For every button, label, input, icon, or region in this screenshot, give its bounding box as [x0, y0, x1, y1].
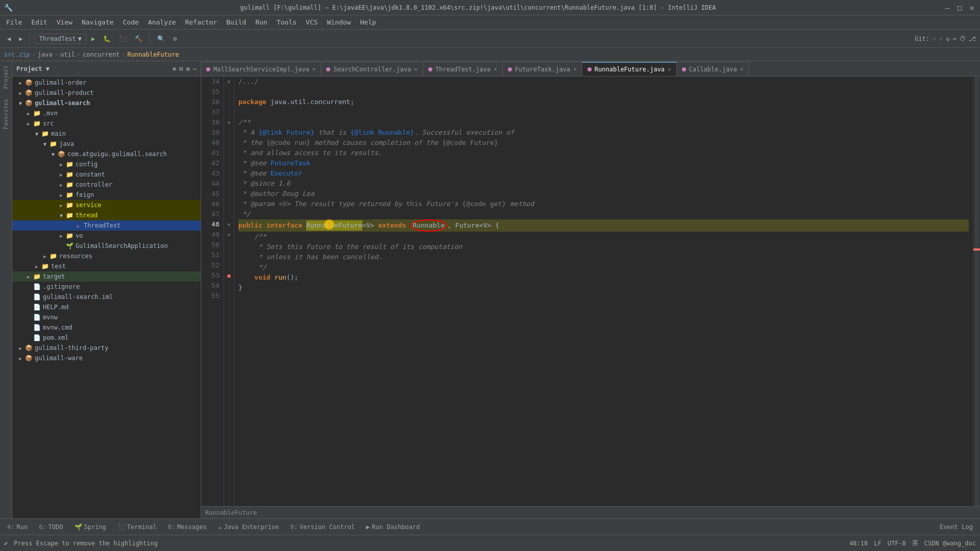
- tree-item-mvnwcmd[interactable]: 📄 mvnw.cmd: [12, 322, 201, 333]
- cursor-position[interactable]: 48:18: [849, 540, 868, 547]
- tab-close-icon[interactable]: ×: [414, 66, 418, 72]
- menu-analyze[interactable]: Analyze: [144, 17, 180, 28]
- menu-refactor[interactable]: Refactor: [181, 17, 222, 28]
- run-config-selector[interactable]: ThreadTest ▼: [34, 34, 86, 44]
- tree-item-gulimallsearchapp[interactable]: 🌱 GulimallSearchApplication: [12, 241, 201, 251]
- tab-close-icon[interactable]: ×: [312, 66, 316, 72]
- search-button[interactable]: 🔍: [154, 34, 168, 44]
- settings-button[interactable]: ⚙: [170, 34, 180, 44]
- fold-btn-34[interactable]: ▼: [224, 77, 234, 87]
- tree-item-vo[interactable]: ▶ 📁 vo: [12, 231, 201, 241]
- bottom-tab-terminal[interactable]: ⬛ Terminal: [112, 521, 162, 533]
- tab-close-icon[interactable]: ×: [494, 66, 497, 72]
- encoding[interactable]: UTF-8: [888, 540, 906, 547]
- tree-item-feign[interactable]: ▶ 📁 feign: [12, 190, 201, 200]
- menu-vcs[interactable]: VCS: [302, 17, 322, 28]
- tree-item-gulimall-order[interactable]: ▶ 📦 gulimall-order: [12, 78, 201, 88]
- back-button[interactable]: ◀: [4, 34, 14, 44]
- code-area[interactable]: /.../ package java.util.concurrent; /** …: [234, 77, 973, 506]
- tree-item-threadtest[interactable]: ☕ ThreadTest: [12, 220, 201, 231]
- close-button[interactable]: ✕: [968, 4, 976, 12]
- breadcrumb-concurrent[interactable]: concurrent: [83, 51, 119, 58]
- tree-item-constant[interactable]: ▶ 📁 constant: [12, 169, 201, 180]
- keyboard-layout[interactable]: 英: [912, 539, 918, 547]
- tree-item-gulimall-search[interactable]: ▼ 📦 gulimall-search: [12, 98, 201, 108]
- tree-item-help[interactable]: 📄 HELP.md: [12, 302, 201, 312]
- menu-file[interactable]: File: [2, 17, 26, 28]
- tab-close-icon[interactable]: ×: [668, 66, 671, 73]
- tree-arrow: ▶: [41, 254, 49, 259]
- tree-item-iml[interactable]: 📄 gulimall-search.iml: [12, 292, 201, 302]
- maximize-button[interactable]: □: [955, 4, 964, 12]
- line-numbers: 34 35 36 37 38 39 40 41 42 43 44 45 46 4…: [201, 77, 224, 506]
- tab-close-icon[interactable]: ×: [740, 66, 744, 72]
- fold-btn-49[interactable]: ▼: [224, 230, 234, 240]
- tab-label: SearchController.java: [333, 66, 411, 73]
- tree-item-gulimall-third-party[interactable]: ▶ 📦 gulimall-third-party: [12, 343, 201, 353]
- minimize-button[interactable]: –: [943, 4, 951, 12]
- bottom-tab-todo[interactable]: 6: TODO: [34, 521, 68, 533]
- tab-runnablefuture[interactable]: RunnableFuture.java ×: [582, 62, 677, 76]
- tree-item-target[interactable]: ▶ 📁 target: [12, 271, 201, 282]
- collapse-icon[interactable]: ⊟: [179, 65, 183, 72]
- bottom-tab-spring[interactable]: 🌱 Spring: [69, 521, 111, 533]
- run-button[interactable]: ▶: [88, 34, 98, 44]
- bottom-tab-run-dashboard[interactable]: ▶ Run Dashboard: [361, 521, 425, 533]
- bottom-tab-event-log[interactable]: Event Log: [935, 521, 978, 533]
- tab-mallsearchserviceimpl[interactable]: MallSearchServiceImpl.java ×: [201, 62, 321, 76]
- bottom-tab-messages[interactable]: 0: Messages: [163, 521, 212, 533]
- breadcrumb-java[interactable]: java: [38, 51, 53, 58]
- folder-icon: 📁: [65, 232, 74, 240]
- tree-item-pom[interactable]: 📄 pom.xml: [12, 333, 201, 343]
- tree-item-service[interactable]: ▶ 📁 service: [12, 200, 201, 210]
- tab-threadtest[interactable]: ThreadTest.java ×: [423, 62, 503, 76]
- menu-code[interactable]: Code: [119, 17, 143, 28]
- project-close-icon[interactable]: –: [193, 65, 197, 72]
- tab-futuretask[interactable]: FutureTask.java ×: [503, 62, 582, 76]
- menu-view[interactable]: View: [53, 17, 77, 28]
- tab-close-icon[interactable]: ×: [573, 66, 577, 72]
- bottom-tab-run[interactable]: 4: Run: [2, 521, 33, 533]
- right-gutter[interactable]: [973, 77, 980, 506]
- debug-button[interactable]: 🐛: [100, 34, 114, 44]
- tree-item-mvn[interactable]: ▶ 📁 .mvn: [12, 108, 201, 118]
- tree-item-gitignore[interactable]: 📄 .gitignore: [12, 282, 201, 292]
- breadcrumb-runnablefuture[interactable]: RunnableFuture: [128, 51, 179, 58]
- fold-btn-38[interactable]: ▼: [224, 117, 234, 128]
- sidebar-project-label[interactable]: Project: [3, 65, 9, 89]
- breadcrumb-util[interactable]: util: [60, 51, 75, 58]
- menu-build[interactable]: Build: [222, 17, 250, 28]
- tree-item-gulimall-product[interactable]: ▶ 📦 gulimall-product: [12, 88, 201, 98]
- tree-item-config[interactable]: ▶ 📁 config: [12, 159, 201, 169]
- tree-item-src[interactable]: ▶ 📁 src: [12, 118, 201, 129]
- bottom-tab-java-enterprise[interactable]: ☕ Java Enterprise: [213, 521, 284, 533]
- tree-item-thread[interactable]: ▼ 📁 thread: [12, 210, 201, 220]
- menu-help[interactable]: Help: [356, 17, 380, 28]
- forward-button[interactable]: ▶: [16, 34, 26, 44]
- sidebar-favorites-label[interactable]: Favorites: [3, 99, 9, 130]
- tab-searchcontroller[interactable]: SearchController.java ×: [321, 62, 423, 76]
- tree-item-controller[interactable]: ▶ 📁 controller: [12, 180, 201, 190]
- menu-window[interactable]: Window: [323, 17, 355, 28]
- project-settings-icon[interactable]: ⚙: [186, 65, 190, 72]
- line-ending[interactable]: LF: [874, 540, 881, 547]
- locate-icon[interactable]: ⊕: [173, 65, 176, 72]
- tree-item-java[interactable]: ▼ 📁 java: [12, 139, 201, 149]
- tree-item-gulimall-ware[interactable]: ▶ 📦 gulimall-ware: [12, 353, 201, 363]
- tree-item-mvnw[interactable]: 📄 mvnw: [12, 312, 201, 322]
- menu-edit[interactable]: Edit: [27, 17, 51, 28]
- rd-icon: ▶: [366, 523, 370, 531]
- bottom-tab-version-control[interactable]: 9: Version Control: [285, 521, 360, 533]
- fold-btn-48[interactable]: ▼: [224, 219, 234, 230]
- tree-item-com[interactable]: ▼ 📦 com.atguigu.gulimall.search: [12, 149, 201, 159]
- tree-item-test[interactable]: ▶ 📁 test: [12, 261, 201, 271]
- menu-navigate[interactable]: Navigate: [78, 17, 118, 28]
- tree-item-resources[interactable]: ▶ 📁 resources: [12, 251, 201, 261]
- tree-item-main[interactable]: ▼ 📁 main: [12, 129, 201, 139]
- menu-tools[interactable]: Tools: [273, 17, 301, 28]
- menu-run[interactable]: Run: [251, 17, 271, 28]
- stop-button[interactable]: ⬛: [116, 34, 130, 44]
- build-button[interactable]: 🔨: [132, 34, 145, 44]
- tab-callable[interactable]: Callable.java ×: [677, 62, 749, 76]
- breadcrumb-srczip[interactable]: src.zip: [4, 51, 30, 58]
